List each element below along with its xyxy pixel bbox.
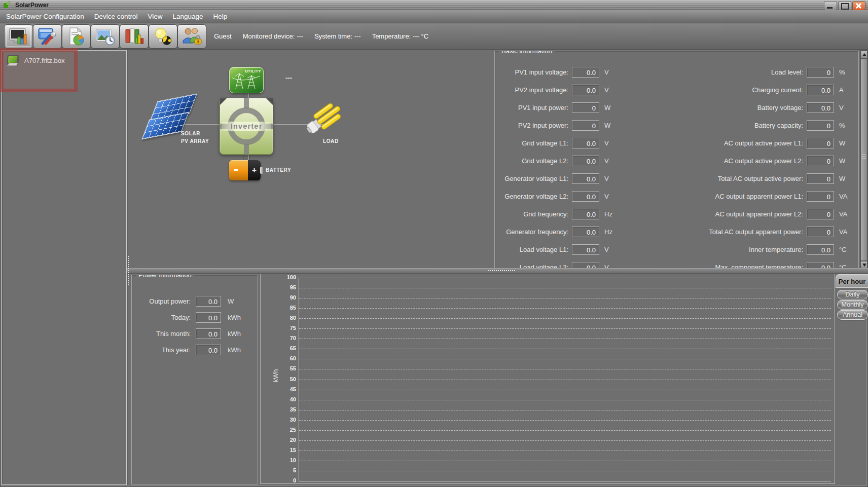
gridline (299, 328, 831, 329)
field-label: Grid voltage L2: (496, 156, 568, 166)
gridline (299, 369, 831, 369)
device-tree-panel: A707.fritz.box (2, 50, 127, 485)
field-unit: A (839, 85, 844, 95)
y-tick-label: 50 (270, 376, 296, 382)
field-unit: kWh (228, 345, 241, 355)
gridline (299, 410, 831, 410)
y-tick-label: 30 (270, 417, 296, 423)
scrollbar-thumb[interactable] (860, 58, 867, 261)
menu-item-view[interactable]: View (142, 10, 167, 23)
toolbar-record-viewer-button[interactable] (91, 24, 120, 49)
view-per-hour-tab[interactable]: Per hour (836, 274, 868, 288)
field-unit: Hz (604, 227, 612, 237)
field-unit: % (839, 67, 845, 78)
field-unit: V (604, 173, 609, 184)
scroll-down-button[interactable] (860, 261, 867, 269)
y-tick-label: 20 (270, 437, 296, 443)
menu-item-solarpower-configuration[interactable]: SolarPower Configuration (1, 10, 89, 23)
field-value: 0 (807, 120, 834, 131)
field-value: 0.0 (196, 328, 221, 339)
y-tick-label: 15 (270, 447, 296, 453)
menu-item-device-control[interactable]: Device control (89, 10, 143, 23)
field-unit: W (604, 120, 610, 131)
field-value: 0 (572, 120, 599, 131)
gridline (299, 288, 831, 288)
gridline (299, 349, 831, 349)
field-value: 0.0 (196, 345, 221, 355)
field-value: 0.0 (572, 209, 599, 219)
field-unit: Hz (604, 209, 612, 219)
gridline (299, 400, 831, 400)
view-annual-button[interactable]: Annual (837, 310, 868, 320)
field-value: 0 (807, 67, 834, 78)
y-tick-label: 85 (270, 305, 296, 311)
field-label: Total AC output apparent power: (667, 227, 803, 237)
field-value: 0 (807, 156, 834, 166)
field-value: 0 (807, 138, 834, 148)
field-label: Load level: (667, 67, 803, 78)
view-daily-button[interactable]: Daily (837, 290, 868, 299)
maximize-icon (841, 3, 849, 10)
minimize-button[interactable] (824, 1, 837, 11)
battery-cap (260, 167, 263, 174)
field-label: AC output active power L1: (667, 138, 803, 148)
field-value: 0.0 (572, 67, 599, 78)
field-value: 0.0 (572, 138, 599, 148)
minimize-icon (827, 7, 833, 9)
titlebar-texture (0, 0, 868, 10)
close-button[interactable] (852, 1, 865, 11)
gridline (299, 451, 831, 451)
power-information-title: Power information (136, 275, 194, 279)
window-tools-icon (38, 27, 58, 46)
toolbar-user-management-button[interactable] (177, 24, 206, 49)
horizontal-splitter[interactable] (127, 268, 868, 274)
energy-chart: kWh 051015202530354045505560657075808590… (260, 272, 835, 484)
maximize-button[interactable] (838, 1, 851, 11)
gridline (299, 298, 831, 298)
y-tick-label: 90 (270, 294, 296, 301)
window-title: SolarPower (15, 2, 49, 9)
y-tick-label: 75 (270, 325, 296, 331)
y-tick-label: 100 (270, 274, 296, 280)
field-unit: V (604, 244, 609, 255)
y-tick-label: 65 (270, 345, 296, 351)
menu-item-help[interactable]: Help (208, 10, 233, 23)
battery-label: BATTERY (266, 166, 291, 174)
gridline (299, 420, 831, 421)
monitor-chart-icon (9, 27, 29, 46)
battery-icon: + (229, 160, 261, 180)
field-value: 0.0 (572, 191, 599, 202)
status-guest: Guest (214, 32, 232, 40)
x-axis-line (299, 481, 831, 481)
menu-bar: SolarPower ConfigurationDevice controlVi… (0, 10, 868, 23)
title-bar: SolarPower (0, 0, 868, 10)
field-label: Grid voltage L1: (496, 138, 568, 148)
field-label: This month: (134, 328, 191, 339)
field-unit: W (839, 138, 845, 148)
y-tick-label: 40 (270, 396, 296, 402)
field-label: Grid frequency: (496, 209, 568, 219)
field-unit: VA (839, 209, 847, 219)
toolbar-report-button[interactable] (62, 24, 91, 49)
toolbar-data-log-button[interactable] (120, 24, 149, 49)
gridline (299, 339, 831, 339)
menu-item-language[interactable]: Language (167, 10, 208, 23)
field-label: Generator voltage L2: (496, 191, 568, 202)
toolbar-event-alarm-button[interactable] (149, 24, 177, 49)
y-tick-label: 80 (270, 315, 296, 321)
scroll-up-button[interactable] (860, 51, 867, 58)
field-value: 0.0 (807, 102, 834, 113)
field-unit: V (604, 191, 609, 202)
toolbar-monitor-view-button[interactable] (4, 24, 33, 49)
vertical-scrollbar[interactable] (860, 50, 868, 269)
view-monthly-button[interactable]: Monthly (837, 300, 868, 310)
splitter-grip-dots (488, 270, 515, 271)
y-tick-label: 35 (270, 406, 296, 413)
books-chart-icon (124, 27, 144, 46)
app-icon (3, 1, 11, 9)
field-label: PV2 input voltage: (496, 85, 568, 95)
vertical-splitter-handle[interactable] (128, 256, 129, 285)
field-label: Generator voltage L1: (496, 173, 568, 184)
toolbar-device-setting-button[interactable] (33, 24, 62, 49)
gridline (299, 380, 831, 380)
